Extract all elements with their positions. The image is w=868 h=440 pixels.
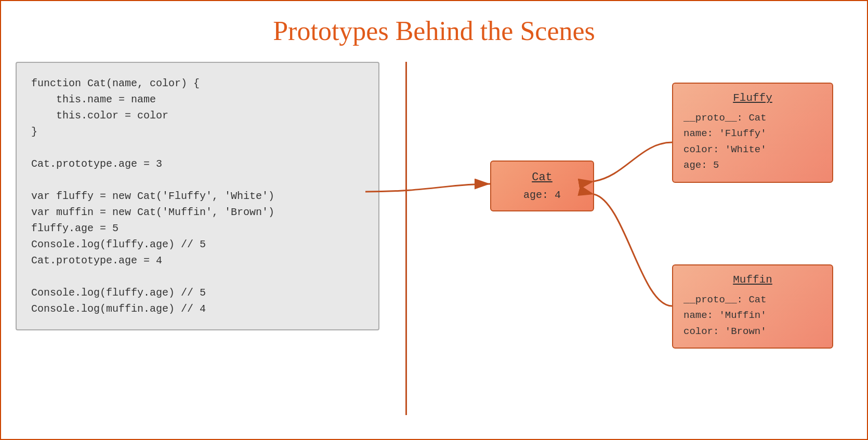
main-content: function Cat(name, color) { this.name = …: [1, 57, 867, 437]
fluffy-box-title: Fluffy: [683, 92, 822, 104]
muffin-box: Muffin __proto__: Catname: 'Muffin'color…: [672, 264, 833, 349]
fluffy-to-cat-arrow: [594, 142, 672, 181]
fluffy-box-content: __proto__: Catname: 'Fluffy'color: 'Whit…: [683, 110, 822, 174]
muffin-box-title: Muffin: [683, 274, 822, 286]
code-to-cat-arrow: [365, 184, 490, 192]
muffin-to-cat-arrow: [594, 194, 672, 306]
fluffy-box: Fluffy __proto__: Catname: 'Fluffy'color…: [672, 83, 833, 183]
page-title: Prototypes Behind the Scenes: [1, 1, 867, 57]
cat-box-title: Cat: [499, 171, 585, 184]
muffin-box-content: __proto__: Catname: 'Muffin'color: 'Brow…: [683, 292, 822, 339]
diagram-area: Cat age: 4 Fluffy __proto__: Catname: 'F…: [407, 57, 867, 437]
code-text: function Cat(name, color) { this.name = …: [31, 75, 364, 317]
code-panel: function Cat(name, color) { this.name = …: [16, 62, 379, 330]
cat-box-content: age: 4: [499, 189, 585, 201]
cat-prototype-box: Cat age: 4: [490, 161, 594, 211]
